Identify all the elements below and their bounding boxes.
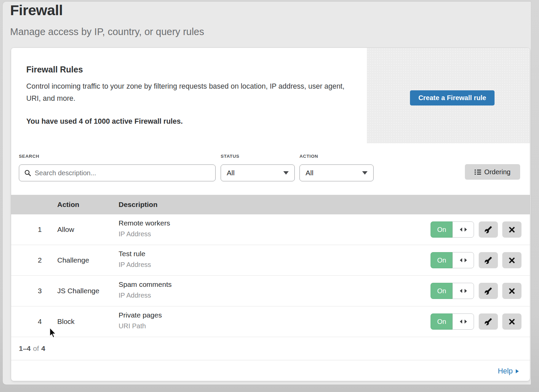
rule-description: Private pages xyxy=(119,311,162,319)
card-heading: Firewall Rules xyxy=(26,65,83,74)
edit-rule-button[interactable] xyxy=(479,283,498,299)
right-triangle-icon xyxy=(516,369,519,373)
rule-action: JS Challenge xyxy=(57,276,99,306)
help-link-label: Help xyxy=(498,367,513,375)
page-subtitle: Manage access by IP, country, or query r… xyxy=(10,26,204,37)
card-description: Control incoming traffic to your zone by… xyxy=(26,80,345,104)
firewall-rules-card: Create a Firewall rule Firewall Rules Co… xyxy=(11,48,530,381)
rule-priority: 1 xyxy=(31,214,48,245)
rule-description: Remote workers xyxy=(119,219,170,227)
help-link[interactable]: Help xyxy=(498,362,519,381)
left-right-arrows-icon xyxy=(460,289,467,293)
column-header-description: Description xyxy=(119,195,158,214)
wrench-icon xyxy=(484,226,492,234)
left-right-arrows-icon xyxy=(460,320,467,324)
rule-toggle[interactable]: On xyxy=(431,283,474,299)
left-right-arrows-icon xyxy=(460,258,467,262)
pagination-of: of xyxy=(33,344,39,353)
rule-description: Spam comments xyxy=(119,280,172,289)
toggle-on-label[interactable]: On xyxy=(431,221,452,238)
wrench-icon xyxy=(484,318,492,326)
toggle-handle[interactable] xyxy=(452,252,474,268)
x-icon xyxy=(508,226,515,233)
action-select[interactable]: All xyxy=(299,164,374,181)
delete-rule-button[interactable] xyxy=(502,252,521,268)
search-box[interactable] xyxy=(19,164,216,181)
create-firewall-rule-button[interactable]: Create a Firewall rule xyxy=(410,90,495,105)
pagination-total: 4 xyxy=(41,344,45,353)
ordering-button-label: Ordering xyxy=(484,168,511,176)
edit-rule-button[interactable] xyxy=(479,221,498,238)
rules-table-body: 1 Allow Remote workers IP Address On xyxy=(11,214,530,360)
action-select-value: All xyxy=(306,169,313,177)
rule-toggle[interactable]: On xyxy=(431,313,474,330)
chevron-down-icon xyxy=(362,171,368,175)
action-label: ACTION xyxy=(299,154,318,159)
search-icon xyxy=(24,170,31,176)
status-select-value: All xyxy=(227,169,234,177)
rule-match-type: IP Address xyxy=(119,230,151,238)
wrench-icon xyxy=(484,287,492,295)
rule-match-type: IP Address xyxy=(119,261,151,269)
rule-priority: 3 xyxy=(31,276,48,306)
rule-action: Block xyxy=(57,306,74,337)
toggle-handle[interactable] xyxy=(452,221,474,238)
chevron-down-icon xyxy=(283,171,289,175)
ordering-button[interactable]: Ordering xyxy=(465,164,520,180)
rule-priority: 4 xyxy=(31,306,48,337)
pagination-summary: 1–4 of 4 xyxy=(11,337,530,360)
edit-rule-button[interactable] xyxy=(479,313,498,330)
table-row: 3 JS Challenge Spam comments IP Address … xyxy=(11,276,530,306)
ordered-list-icon xyxy=(475,169,481,175)
page-title: Firewall xyxy=(10,2,63,19)
toggle-handle[interactable] xyxy=(452,313,474,330)
x-icon xyxy=(508,257,515,264)
x-icon xyxy=(508,288,515,295)
status-label: STATUS xyxy=(221,154,240,159)
delete-rule-button[interactable] xyxy=(502,313,521,330)
usage-summary: You have used 4 of 1000 active Firewall … xyxy=(26,117,183,126)
rule-priority: 2 xyxy=(31,245,48,275)
table-row: 4 Block Private pages URI Path On xyxy=(11,306,530,337)
rule-match-type: URI Path xyxy=(119,322,146,330)
toggle-on-label[interactable]: On xyxy=(431,283,452,299)
rule-action: Allow xyxy=(57,214,74,245)
rule-toggle[interactable]: On xyxy=(431,221,474,238)
table-row: 1 Allow Remote workers IP Address On xyxy=(11,214,530,245)
rule-toggle[interactable]: On xyxy=(431,252,474,268)
delete-rule-button[interactable] xyxy=(502,221,521,238)
table-header: Action Description xyxy=(11,195,530,214)
toggle-handle[interactable] xyxy=(452,283,474,299)
x-icon xyxy=(508,318,515,325)
toggle-on-label[interactable]: On xyxy=(431,252,452,268)
status-select[interactable]: All xyxy=(221,164,295,181)
rule-action: Challenge xyxy=(57,245,89,275)
left-right-arrows-icon xyxy=(460,228,467,232)
edit-rule-button[interactable] xyxy=(479,252,498,268)
pagination-range: 1–4 xyxy=(19,344,31,353)
delete-rule-button[interactable] xyxy=(502,283,521,299)
search-input[interactable] xyxy=(35,169,215,177)
card-footer: Help xyxy=(11,362,530,381)
toggle-on-label[interactable]: On xyxy=(431,313,452,330)
search-label: SEARCH xyxy=(19,154,39,159)
rule-description: Test rule xyxy=(119,250,145,258)
table-row: 2 Challenge Test rule IP Address On xyxy=(11,245,530,276)
wrench-icon xyxy=(484,257,492,264)
rule-match-type: IP Address xyxy=(119,292,151,299)
column-header-action: Action xyxy=(57,195,79,214)
